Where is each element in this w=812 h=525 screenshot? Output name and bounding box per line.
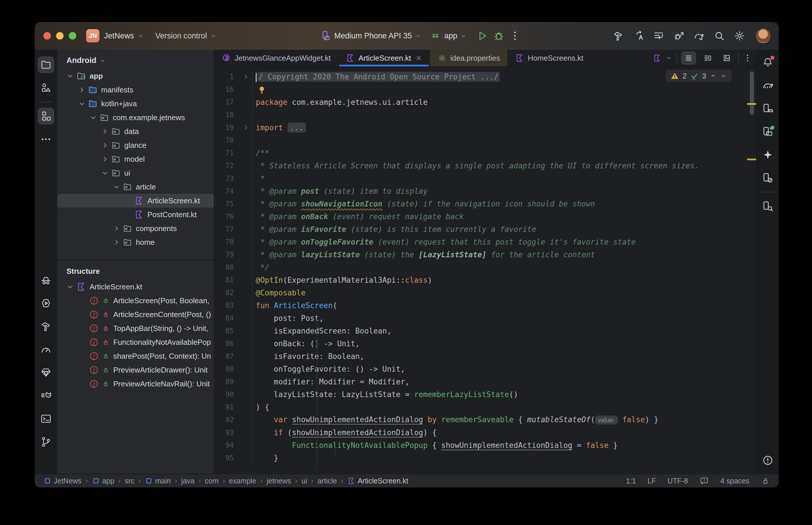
breadcrumb-articlescreen-kt[interactable]: ArticleScreen.kt [347,477,408,485]
breadcrumb-example[interactable]: example [229,477,256,485]
breadcrumb-main[interactable]: main [145,477,171,485]
hidden-tabs-dropdown[interactable] [665,55,673,61]
breadcrumb-com[interactable]: com [205,477,219,485]
project-tree-item-glance[interactable]: glance [57,138,214,152]
project-tree-item-home[interactable]: home [57,235,214,249]
tab-homescreens-kt[interactable]: HomeScreens.kt [507,50,591,66]
warning-stripe-mark[interactable] [747,159,756,160]
project-tree-item-app[interactable]: app [57,69,214,83]
tool-stripe-gauge-button[interactable] [38,341,54,358]
tool-stripe-error-circle-button[interactable] [759,452,776,469]
breadcrumb-app[interactable]: app [92,477,115,485]
structure-item[interactable]: fsharePost(Post, Context): Un [57,349,214,363]
tool-stripe-project-folder-button[interactable] [38,56,54,73]
prev-problem-button[interactable] [710,73,717,79]
next-problem-button[interactable] [720,73,727,79]
tool-stripe-diamond-button[interactable] [38,364,54,381]
tool-stripe-sparkle-button[interactable] [759,146,776,163]
breadcrumb-java[interactable]: java [181,477,194,485]
hidden-tab-kotlin-icon[interactable] [653,54,662,62]
profiler-bug-icon[interactable] [673,30,684,42]
project-tree-item-ui[interactable]: ui [57,166,214,180]
ai-actions-icon[interactable] [633,30,644,42]
tool-stripe-phone-android-button[interactable] [759,100,776,117]
structure-root-item[interactable]: ArticleScreen.kt [57,280,214,294]
tool-stripe-incognito-button[interactable] [38,272,54,288]
tab-articlescreen-kt[interactable]: ArticleScreen.kt [338,50,430,66]
lightbulb-icon[interactable] [257,85,267,95]
tool-stripe-terminal-button[interactable] [38,410,54,427]
tool-stripe-cat-speed-button[interactable] [38,387,54,404]
chevron-right-icon[interactable] [101,155,109,163]
code-editor[interactable]: 1/ Copyright 2020 The Android Open Sourc… [215,67,756,474]
tool-stripe-resource-shapes-button[interactable] [38,79,54,96]
tool-stripe-build-hammer-button[interactable] [38,318,54,335]
tool-stripe-branch-button[interactable] [38,433,54,450]
tab-idea-properties[interactable]: idea.properties [430,50,507,66]
tool-stripe-elephant-button[interactable] [759,77,776,94]
project-tree-item-articlescreen-kt[interactable]: ArticleScreen.kt [57,194,214,208]
breadcrumb-jetnews[interactable]: JetNews [43,477,82,485]
debug-button[interactable] [492,29,505,42]
minimize-window-button[interactable] [56,32,63,40]
chevron-down-icon[interactable] [101,169,109,177]
chevron-down-icon[interactable] [66,282,75,291]
caret-position[interactable]: 1:1 [626,477,636,485]
editor-view-preview-button[interactable] [719,51,734,65]
search-icon[interactable] [713,30,725,42]
tab-jetnewsglanceappwidget-kt[interactable]: JetnewsGlanceAppWidget.kt [215,50,338,66]
fold-chevron-icon[interactable] [242,124,250,132]
tool-stripe-phone-search-button[interactable] [759,198,776,214]
project-view-selector[interactable]: Android [57,50,214,69]
project-tree-item-components[interactable]: components [57,222,214,235]
chevron-down-icon[interactable] [112,182,121,191]
chevron-right-icon[interactable] [112,238,121,246]
more-actions-button[interactable] [509,30,521,42]
chevron-right-icon[interactable] [101,127,109,136]
run-config-selector[interactable]: app [430,30,467,42]
project-tree-item-com-example-jetnews[interactable]: com.example.jetnews [57,110,214,124]
close-window-button[interactable] [43,32,51,40]
unlock-icon[interactable] [761,476,770,485]
tab-options-kebab-button[interactable] [743,54,752,63]
file-encoding[interactable]: UTF-8 [667,477,688,485]
structure-item[interactable]: fPreviewArticleNavRail(): Unit [57,377,214,391]
device-selector[interactable]: Medium Phone API 35 [320,30,422,42]
settings-gear-icon[interactable] [734,30,745,42]
version-control-menu[interactable]: Version control [156,31,217,41]
inspection-widget[interactable]: 2 3 [665,69,732,82]
breadcrumb-jetnews[interactable]: jetnews [267,477,291,485]
tool-stripe-hexagon-play-button[interactable] [38,295,54,312]
chevron-down-icon[interactable] [77,99,86,108]
run-button[interactable] [476,29,488,42]
project-menu[interactable]: JetNews [104,31,144,41]
gradle-sync-elephant-icon[interactable] [693,30,705,42]
breadcrumb-ui[interactable]: ui [301,477,307,485]
chevron-right-icon[interactable] [77,86,86,94]
tool-stripe-phone-mirror-button[interactable] [759,123,776,140]
project-tree-item-model[interactable]: model [57,152,214,166]
chevron-right-icon[interactable] [101,141,109,150]
line-separator[interactable]: LF [648,477,656,485]
tool-stripe-bell-button[interactable] [759,54,776,71]
structure-item[interactable]: fTopAppBar(String, () -> Unit, [57,321,214,335]
editor-scrollbar-thumb[interactable] [750,71,754,115]
chevron-down-icon[interactable] [89,113,98,122]
structure-item[interactable]: fFunctionalityNotAvailablePop [57,335,214,349]
soft-wrap-lines-icon[interactable] [653,30,664,42]
structure-item[interactable]: fPreviewArticleDrawer(): Unit [57,363,214,377]
zoom-window-button[interactable] [69,32,76,40]
close-icon[interactable] [415,54,423,62]
project-tree-item-article[interactable]: article [57,180,214,194]
breadcrumb-article[interactable]: article [318,477,337,485]
fold-chevron-icon[interactable] [242,73,250,81]
avatar[interactable] [756,28,771,43]
tool-stripe-more-dots-button[interactable] [38,131,54,148]
structure-item[interactable]: fArticleScreen(Post, Boolean, [57,294,214,308]
project-tree-item-postcontent-kt[interactable]: PostContent.kt [57,208,214,222]
tool-stripe-structure-squares-button[interactable] [38,108,54,124]
breadcrumb-src[interactable]: src [125,477,134,485]
build-hammer-icon[interactable] [612,30,624,42]
warning-stripe-mark[interactable] [747,103,756,105]
chevron-right-icon[interactable] [112,224,121,233]
